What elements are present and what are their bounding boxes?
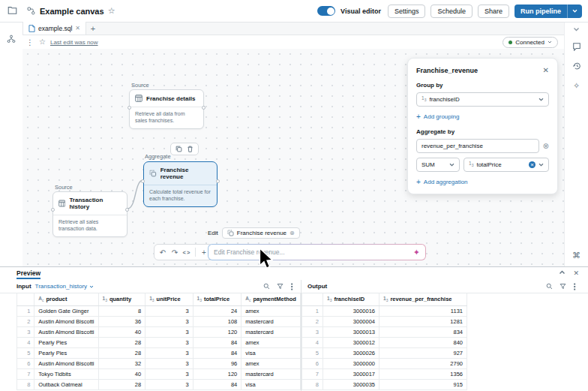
collapse-panel-chevron-icon[interactable] xyxy=(573,27,580,32)
group-by-select[interactable]: 13 franchiseID xyxy=(416,92,549,107)
agg-function-select[interactable]: SUM xyxy=(416,158,460,172)
undo-icon[interactable]: ↶ xyxy=(158,248,168,257)
aggregate-name-input[interactable] xyxy=(416,139,539,153)
collapse-preview-chevron-icon[interactable] xyxy=(559,270,566,275)
tab-bar: example.sql ✕ + xyxy=(22,23,564,35)
cell: 3 xyxy=(146,316,193,326)
table-row: 4Pearly Pies28384amex xyxy=(17,337,301,347)
add-tab-button[interactable]: + xyxy=(86,22,100,35)
kebab-menu-icon[interactable] xyxy=(290,283,293,290)
cell: 28 xyxy=(98,337,146,347)
search-icon[interactable] xyxy=(263,283,270,290)
output-port[interactable] xyxy=(202,106,206,110)
column-header-paymentMethod[interactable]: AcpaymentMethod xyxy=(242,293,301,305)
page-title: Example canvas xyxy=(40,7,104,16)
node-title: Franchise details xyxy=(146,95,195,102)
connected-status-badge[interactable]: Connected xyxy=(502,37,558,48)
input-port[interactable] xyxy=(128,106,131,110)
chip-remove-icon[interactable]: ⊗ xyxy=(290,230,295,236)
input-source-select[interactable]: Transaction_history xyxy=(35,283,94,290)
row-number-header xyxy=(17,293,34,305)
left-rail xyxy=(0,23,22,266)
input-port[interactable] xyxy=(51,208,55,212)
column-header-revenue_per_franchise[interactable]: 13revenue_per_franchise xyxy=(380,293,467,305)
panel-close-icon[interactable]: ✕ xyxy=(543,66,549,74)
visual-editor-toggle[interactable] xyxy=(317,6,335,16)
column-header-totalPrice[interactable]: 13totalPrice xyxy=(193,293,242,305)
input-label: Input xyxy=(16,283,32,290)
run-pipeline-button[interactable]: Run pipeline xyxy=(514,5,582,18)
add-aggregation-button[interactable]: + Add aggregation xyxy=(416,178,549,186)
more-menu-icon[interactable]: ⋮ xyxy=(26,38,34,47)
column-header-unitPrice[interactable]: 13unitPrice xyxy=(146,293,193,305)
cell: Outback Oatmeal xyxy=(34,379,98,389)
filter-icon[interactable] xyxy=(277,283,284,290)
column-header-quantity[interactable]: 13quantity xyxy=(98,293,146,305)
visual-editor-label: Visual editor xyxy=(340,8,381,15)
cell: 2790 xyxy=(380,358,467,368)
cell: 1281 xyxy=(380,316,467,326)
edit-target-chip[interactable]: Franchise revenue ⊗ xyxy=(222,227,300,239)
remove-aggregation-icon[interactable]: ⊗ xyxy=(543,143,549,150)
tab-example-sql[interactable]: example.sql ✕ xyxy=(22,22,86,35)
trash-icon[interactable] xyxy=(187,146,194,152)
favorite-star-icon[interactable]: ☆ xyxy=(108,7,116,15)
keyboard-shortcuts-icon[interactable]: ⌘ xyxy=(572,251,580,260)
cell: 3000035 xyxy=(323,379,380,389)
node-franchise-revenue[interactable]: Franchise revenue Calculate total revenu… xyxy=(143,161,218,207)
chevron-down-icon xyxy=(449,163,454,167)
kebab-menu-icon[interactable] xyxy=(573,283,576,290)
node-transaction-history[interactable]: Transaction history Retrieve all sales t… xyxy=(52,191,128,237)
settings-button[interactable]: Settings xyxy=(388,5,426,18)
star-file-icon[interactable]: ☆ xyxy=(39,38,46,46)
chevron-down-icon xyxy=(538,163,544,167)
cell: 3000017 xyxy=(323,368,380,379)
column-header-franchiseID[interactable]: 13franchiseID xyxy=(323,293,380,305)
table-row: 8Outback Oatmeal28384visa xyxy=(17,379,301,389)
duplicate-icon[interactable] xyxy=(176,146,182,152)
pipeline-canvas[interactable]: Source Franchise details Retrieve all da… xyxy=(22,49,564,266)
string-type-icon: Ac xyxy=(38,296,44,302)
assistant-sparkle-icon[interactable]: ✧ xyxy=(573,81,580,91)
redo-icon[interactable]: ↷ xyxy=(170,248,180,257)
cell: 96 xyxy=(193,358,242,368)
aggregate-icon xyxy=(149,170,157,177)
ai-edit-input[interactable] xyxy=(214,248,413,256)
cell: 40 xyxy=(98,368,146,379)
filter-icon[interactable] xyxy=(560,283,566,290)
preview-tab[interactable]: Preview xyxy=(16,269,40,278)
cell: 1131 xyxy=(380,305,467,316)
node-franchise-details[interactable]: Franchise details Retrieve all data from… xyxy=(129,89,204,129)
output-port[interactable] xyxy=(125,208,129,212)
cell: 3000012 xyxy=(323,337,380,347)
folder-icon[interactable] xyxy=(4,4,20,19)
schedule-button[interactable]: Schedule xyxy=(430,5,472,18)
node-type-label: Source xyxy=(131,82,149,89)
cell: 834 xyxy=(380,326,467,337)
last-edit-link[interactable]: Last edit was now xyxy=(50,39,98,46)
panel-title: Franchise_revenue xyxy=(416,67,478,74)
column-header-product[interactable]: Acproduct xyxy=(34,293,98,305)
add-grouping-button[interactable]: + Add grouping xyxy=(416,113,549,121)
agg-column-select[interactable]: 13 totalPrice ✕ xyxy=(464,158,549,172)
node-description: Retrieve all sales transaction data. xyxy=(53,215,127,236)
tab-close-icon[interactable]: ✕ xyxy=(75,25,80,32)
ai-sparkle-icon[interactable]: ✦ xyxy=(413,248,420,257)
aggregate-icon xyxy=(227,230,234,236)
table-row: 730000171356 xyxy=(302,368,467,379)
cell: 3 xyxy=(146,358,193,368)
row-number: 1 xyxy=(17,305,34,316)
close-preview-icon[interactable]: ✕ xyxy=(573,270,579,277)
share-button[interactable]: Share xyxy=(478,5,509,18)
table-row: 53000026927 xyxy=(302,347,467,358)
comments-icon[interactable] xyxy=(572,42,581,51)
output-port[interactable] xyxy=(216,179,220,183)
run-pipeline-dropdown-chevron[interactable] xyxy=(568,9,582,13)
clear-column-icon[interactable]: ✕ xyxy=(529,161,536,168)
search-icon[interactable] xyxy=(546,283,553,290)
code-view-icon[interactable]: <> xyxy=(182,249,192,256)
pipeline-graph-icon[interactable] xyxy=(4,32,19,47)
history-icon[interactable] xyxy=(572,62,581,71)
cell: Pearly Pies xyxy=(34,337,98,347)
input-port[interactable] xyxy=(141,179,145,183)
